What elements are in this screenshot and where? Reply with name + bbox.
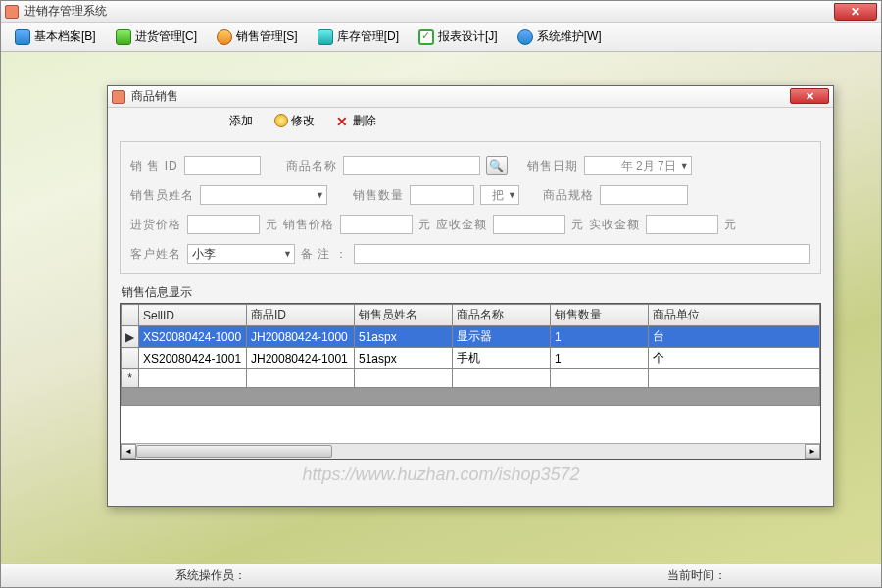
product-name-input[interactable] [343,156,480,175]
new-row[interactable]: * [122,369,820,388]
yuan-unit: 元 [571,217,583,233]
purchase-price-label: 进货价格 [130,217,181,233]
receivable-label: 应收金额 [436,217,487,233]
row-pointer: ▶ [122,326,139,348]
status-time-label: 当前时间： [667,567,726,584]
receivable-input[interactable] [493,215,565,234]
box-icon [318,29,333,45]
menu-maintain[interactable]: 系统维护[W] [510,25,610,48]
chevron-down-icon: ▼ [316,190,324,200]
col-product-name[interactable]: 商品名称 [453,305,551,326]
child-close-button[interactable]: ✕ [790,88,829,104]
customer-name-label: 客户姓名 [130,246,181,263]
menu-purchase[interactable]: 进货管理[C] [108,25,205,48]
product-spec-input[interactable] [600,185,688,205]
scroll-right-button[interactable]: ► [805,444,820,459]
product-name-label: 商品名称 [286,158,337,174]
menu-report[interactable]: 报表设计[J] [411,25,506,48]
horizontal-scrollbar[interactable]: ◄ ► [121,443,820,459]
sell-price-input[interactable] [340,215,413,234]
sales-grid[interactable]: SellID 商品ID 销售员姓名 商品名称 销售数量 商品单位 ▶ XS200… [121,304,820,406]
row-header-blank [122,305,139,326]
grid-title: 销售信息显示 [122,284,833,301]
remark-label: 备 注 ： [301,246,348,263]
chevron-down-icon: ▼ [508,190,516,200]
table-row[interactable]: ▶ XS20080424-1000 JH20080424-1000 51aspx… [122,326,820,348]
purchase-price-input[interactable] [187,215,260,234]
sell-id-label: 销 售 ID [130,158,178,174]
cart-icon [116,29,131,45]
main-close-button[interactable]: ✕ [834,3,877,21]
edit-button[interactable]: 修改 [270,111,318,131]
search-icon: 🔍 [489,159,504,172]
child-app-icon [112,90,125,104]
received-label: 实收金额 [589,217,640,233]
mdi-client-area: 商品销售 ✕ 添加 修改 删除 销 售 ID 商品名称 🔍 销售日期 [1,52,881,564]
statusbar: 系统操作员： 当前时间： [1,564,881,587]
search-button[interactable]: 🔍 [486,156,508,175]
grid-filler [122,388,820,406]
app-icon [5,5,19,19]
doc-icon [15,29,30,45]
coin-icon [217,29,232,45]
col-product-id[interactable]: 商品ID [247,305,355,326]
sell-price-label: 销售价格 [283,217,334,233]
chevron-down-icon: ▼ [680,161,689,171]
child-window-sales: 商品销售 ✕ 添加 修改 删除 销 售 ID 商品名称 🔍 销售日期 [107,85,834,507]
check-icon [418,29,434,45]
sell-qty-label: 销售数量 [353,187,404,204]
main-window: 进销存管理系统 ✕ 基本档案[B] 进货管理[C] 销售管理[S] 库存管理[D… [0,0,882,588]
sell-date-picker[interactable]: 年 2月 7日▼ [584,156,692,175]
grid-header-row: SellID 商品ID 销售员姓名 商品名称 销售数量 商品单位 [122,305,820,326]
seller-name-label: 销售员姓名 [130,187,194,204]
new-row-marker: * [122,369,139,388]
add-button[interactable]: 添加 [225,111,257,131]
yuan-unit: 元 [266,217,277,233]
edit-icon [274,114,288,127]
col-unit[interactable]: 商品单位 [649,305,820,326]
sell-date-label: 销售日期 [527,158,578,174]
seller-name-select[interactable]: ▼ [200,185,327,205]
gear-icon [517,29,533,45]
menu-basic[interactable]: 基本档案[B] [7,25,104,48]
menu-stock[interactable]: 库存管理[D] [310,25,407,48]
main-titlebar: 进销存管理系统 ✕ [1,1,881,23]
child-title: 商品销售 [131,88,178,105]
col-sell-id[interactable]: SellID [139,305,247,326]
menubar: 基本档案[B] 进货管理[C] 销售管理[S] 库存管理[D] 报表设计[J] … [1,23,881,52]
sell-id-input[interactable] [184,156,261,175]
scroll-thumb[interactable] [136,445,332,458]
col-qty[interactable]: 销售数量 [551,305,649,326]
delete-icon [336,114,350,127]
app-title: 进销存管理系统 [24,3,107,20]
form-panel: 销 售 ID 商品名称 🔍 销售日期 年 2月 7日▼ 销售员姓名 ▼ 销售数量 [120,141,821,274]
scroll-left-button[interactable]: ◄ [121,444,136,459]
customer-name-select[interactable]: 小李▼ [187,244,295,264]
remark-input[interactable] [354,244,810,264]
col-seller[interactable]: 销售员姓名 [355,305,453,326]
child-toolbar: 添加 修改 删除 [108,108,833,133]
table-row[interactable]: XS20080424-1001 JH20080424-1001 51aspx 手… [122,348,820,369]
product-spec-label: 商品规格 [543,187,594,204]
status-operator-label: 系统操作员： [175,567,322,584]
grid-container: SellID 商品ID 销售员姓名 商品名称 销售数量 商品单位 ▶ XS200… [120,303,821,460]
unit-select[interactable]: 把▼ [480,185,519,205]
received-input[interactable] [646,215,718,234]
row-header [122,348,139,369]
yuan-unit: 元 [418,217,430,233]
yuan-unit: 元 [724,217,736,233]
child-titlebar: 商品销售 ✕ [108,86,833,108]
chevron-down-icon: ▼ [283,249,292,259]
delete-button[interactable]: 删除 [332,111,380,131]
menu-sales[interactable]: 销售管理[S] [209,25,306,48]
sell-qty-input[interactable] [410,185,474,205]
